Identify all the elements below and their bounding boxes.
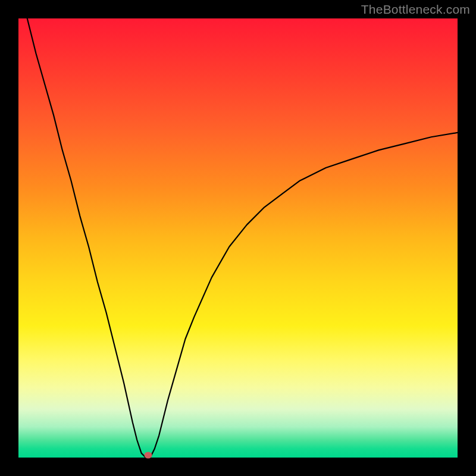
curve-layer [18, 18, 458, 458]
bottleneck-curve [27, 18, 458, 458]
watermark-text: TheBottleneck.com [361, 2, 470, 17]
min-point-marker [144, 452, 152, 459]
chart-frame: TheBottleneck.com [0, 0, 476, 476]
plot-area [18, 18, 458, 458]
